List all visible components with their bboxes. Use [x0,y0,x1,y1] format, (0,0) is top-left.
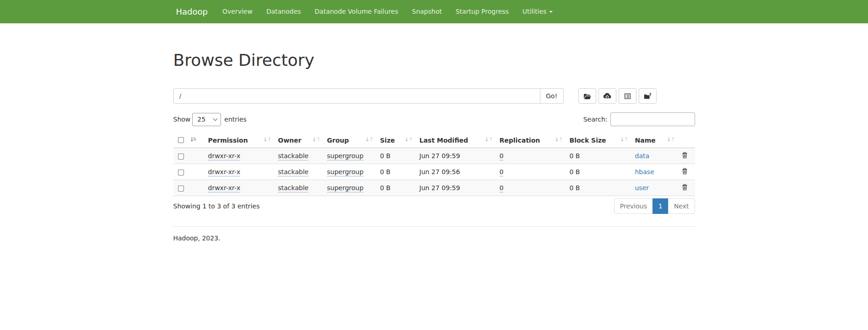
editable-replication[interactable]: 0 [500,184,504,192]
editable-replication[interactable]: 0 [500,168,504,176]
cell-owner: stackable [274,180,323,196]
editable-permission[interactable]: drwxr-xr-x [208,152,241,160]
page-1-button[interactable]: 1 [652,198,669,214]
sort-icon: ↓↑ [666,136,674,143]
editable-permission[interactable]: drwxr-xr-x [208,184,241,192]
nav-item-snapshot[interactable]: Snapshot [405,0,448,23]
editable-owner[interactable]: stackable [278,168,309,176]
sort-icon: ↓↑ [365,136,373,143]
editable-group[interactable]: supergroup [327,152,364,160]
cell-last-modified: Jun 27 09:59 [415,180,495,196]
cut-and-paste-button[interactable] [619,88,636,104]
cell-last-modified: Jun 27 09:59 [415,148,495,164]
navbar-menu: OverviewDatanodesDatanode Volume Failure… [216,0,560,23]
cell-size: 0 B [376,164,415,180]
explorer-action-buttons [578,88,657,104]
column-label: Owner [278,137,302,144]
editable-group[interactable]: supergroup [327,184,364,192]
cell-size: 0 B [376,180,415,196]
next-page-button[interactable]: Next [668,198,695,214]
sort-by-attributes-icon [190,136,196,144]
trash-icon [682,185,688,192]
table-row-user: drwxr-xr-xstackablesupergroup0 BJun 27 0… [173,180,695,196]
column-header-owner[interactable]: Owner↓↑ [274,133,323,148]
cell-last-modified: Jun 27 09:56 [415,164,495,180]
brand-link[interactable]: Hadoop [173,7,208,16]
row-checkbox[interactable] [178,170,184,176]
editable-permission[interactable]: drwxr-xr-x [208,168,241,176]
table-search-input[interactable] [610,112,695,126]
column-header-replication[interactable]: Replication↓↑ [495,133,565,148]
column-header-group[interactable]: Group↓↑ [323,133,376,148]
cell-owner: stackable [274,148,323,164]
delete-button[interactable] [682,152,688,159]
cell-permission: drwxr-xr-x [204,180,274,196]
sort-icon: ↓↑ [620,136,628,143]
cell-group: supergroup [323,164,376,180]
cell-replication: 0 [495,164,565,180]
column-label: Last Modified [420,137,469,144]
create-directory-button[interactable] [578,88,596,104]
sort-icon: ↓↑ [404,136,412,143]
directory-path-input[interactable] [173,88,540,104]
delete-button[interactable] [682,184,688,191]
column-label: Block Size [570,137,606,144]
select-all-header[interactable] [173,133,204,148]
column-header-last-modified[interactable]: Last Modified↓↑ [415,133,495,148]
column-header-permission[interactable]: Permission↓↑ [204,133,274,148]
cell-block-size: 0 B [565,148,631,164]
nav-item-datanodes[interactable]: Datanodes [259,0,308,23]
row-actions-header [677,133,695,148]
trash-icon [682,169,688,176]
editable-group[interactable]: supergroup [327,168,364,176]
row-checkbox[interactable] [178,154,184,160]
cell-replication: 0 [495,180,565,196]
cell-name: data [631,148,677,164]
list-alt-icon [624,93,631,100]
cloud-upload-icon [603,93,611,99]
table-search-control: Search: [583,112,695,126]
directory-link-hbase[interactable]: hbase [635,168,654,176]
cell-name: hbase [631,164,677,180]
select-all-checkbox[interactable] [178,137,184,143]
cell-replication: 0 [495,148,565,164]
cell-permission: drwxr-xr-x [204,148,274,164]
directory-listing-table: Permission↓↑Owner↓↑Group↓↑Size↓↑Last Mod… [173,133,695,196]
go-button[interactable]: Go! [540,88,564,104]
sort-icon: ↓↑ [484,136,492,143]
table-row-hbase: drwxr-xr-xstackablesupergroup0 BJun 27 0… [173,164,695,180]
table-info-text: Showing 1 to 3 of 3 entries [173,202,260,210]
row-checkbox[interactable] [178,186,184,192]
directory-link-user[interactable]: user [635,184,649,192]
nav-item-overview[interactable]: Overview [216,0,259,23]
delete-button[interactable] [682,168,688,175]
footer-divider [173,226,695,227]
cell-group: supergroup [323,148,376,164]
page-length-select[interactable]: 25 [192,113,221,126]
column-label: Permission [208,137,248,144]
pagination: Previous 1 Next [614,198,695,214]
upload-files-button[interactable] [598,88,616,104]
move-to-trash-toggle-button[interactable] [639,88,657,104]
column-header-name[interactable]: Name↓↑ [631,133,677,148]
directory-link-data[interactable]: data [635,152,650,160]
column-header-size[interactable]: Size↓↑ [376,133,415,148]
table-row-data: drwxr-xr-xstackablesupergroup0 BJun 27 0… [173,148,695,164]
sort-icon: ↓↑ [312,136,320,143]
editable-replication[interactable]: 0 [500,152,504,160]
cell-name: user [631,180,677,196]
column-header-block-size[interactable]: Block Size↓↑ [565,133,631,148]
cell-group: supergroup [323,180,376,196]
nav-item-utilities[interactable]: Utilities [516,0,560,23]
nav-item-datanode-volume-failures[interactable]: Datanode Volume Failures [308,0,405,23]
trash-icon [682,153,688,160]
sort-icon: ↓↑ [554,136,562,143]
column-label: Name [635,137,656,144]
editable-owner[interactable]: stackable [278,152,309,160]
editable-owner[interactable]: stackable [278,184,309,192]
previous-page-button[interactable]: Previous [614,198,653,214]
page-length-control: Show 25 entries [173,113,247,126]
sort-icon: ↓↑ [263,136,271,143]
column-label: Replication [500,137,540,144]
nav-item-startup-progress[interactable]: Startup Progress [449,0,516,23]
